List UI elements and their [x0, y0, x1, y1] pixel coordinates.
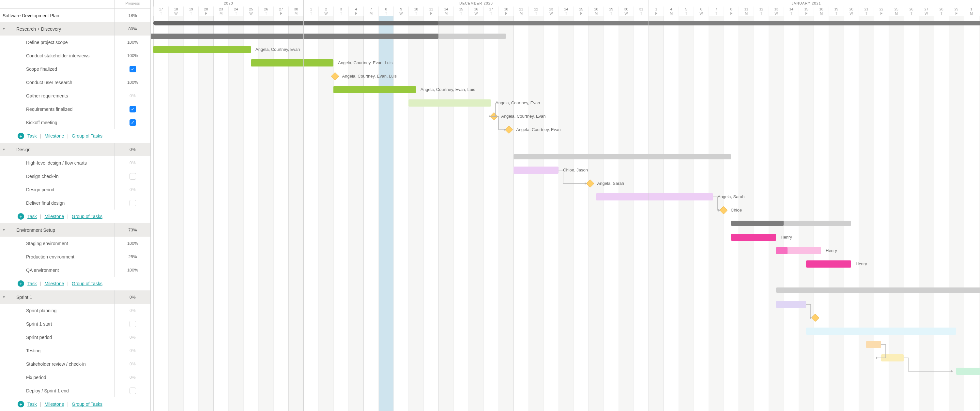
chevron-down-icon[interactable]: ▼ — [0, 228, 8, 232]
timeline-scrollbar[interactable] — [153, 21, 980, 25]
add-task-link[interactable]: Task — [27, 214, 37, 219]
group-progress: 0% — [129, 147, 136, 152]
chevron-down-icon[interactable]: ▼ — [0, 295, 8, 299]
day-header: 17T — [153, 6, 168, 16]
task-name[interactable]: Conduct user research — [26, 80, 72, 85]
add-task-link[interactable]: Task — [27, 401, 37, 407]
task-bar[interactable] — [153, 46, 251, 53]
task-bar[interactable] — [956, 368, 980, 375]
task-bar[interactable] — [881, 354, 904, 362]
grid-column — [859, 16, 873, 411]
summary-bar[interactable] — [151, 33, 506, 39]
task-name[interactable]: Production environment — [26, 254, 75, 259]
add-icon[interactable]: + — [18, 213, 24, 220]
day-header: 18W — [168, 6, 183, 16]
chevron-down-icon[interactable]: ▼ — [0, 148, 8, 151]
day-header: 18F — [498, 6, 514, 16]
task-name[interactable]: Testing — [26, 348, 40, 353]
task-bar[interactable] — [251, 59, 333, 67]
task-progress: 0% — [129, 160, 136, 165]
task-name[interactable]: Fix period — [26, 375, 46, 380]
day-header: 22T — [528, 6, 544, 16]
month-label: 2020 — [153, 0, 303, 6]
summary-bar[interactable] — [776, 287, 980, 293]
task-list-panel: Progress Software Development Plan18%▼Re… — [0, 0, 151, 411]
milestone-checkbox[interactable] — [129, 321, 136, 327]
grid-column — [439, 16, 453, 411]
add-milestone-link[interactable]: Milestone — [45, 401, 64, 407]
task-name[interactable]: Sprint 1 start — [26, 321, 52, 327]
task-name[interactable]: Deliver final design — [26, 200, 65, 206]
grid-column — [738, 16, 754, 411]
task-name[interactable]: Sprint planning — [26, 308, 56, 313]
task-name[interactable]: Stakeholder review / check-in — [26, 362, 86, 367]
scrollbar-thumb[interactable] — [153, 21, 439, 25]
task-bar[interactable] — [731, 234, 776, 241]
plan-title[interactable]: Software Development Plan — [3, 13, 59, 18]
day-header: 14T — [784, 6, 799, 16]
group-name[interactable]: Design — [16, 147, 31, 152]
add-icon[interactable]: + — [18, 280, 24, 287]
group-name[interactable]: Environment Setup — [16, 227, 55, 233]
add-milestone-link[interactable]: Milestone — [45, 133, 64, 138]
task-name[interactable]: Staging environment — [26, 241, 68, 246]
task-name[interactable]: Gather requirements — [26, 93, 68, 98]
add-task-link[interactable]: Task — [27, 281, 37, 286]
task-bar[interactable] — [776, 301, 806, 308]
add-milestone-link[interactable]: Milestone — [45, 281, 64, 286]
task-name[interactable]: High-level design / flow charts — [26, 160, 87, 165]
add-group-link[interactable]: Group of Tasks — [72, 214, 102, 219]
task-bar[interactable] — [596, 193, 713, 200]
milestone-checkbox[interactable] — [129, 200, 136, 206]
timeline-panel[interactable]: 2020DECEMBER 2020JANUARY 202117T18W19T20… — [151, 0, 980, 411]
grid-column — [274, 16, 288, 411]
task-name[interactable]: Deploy / Sprint 1 end — [26, 388, 69, 394]
summary-bar[interactable] — [514, 154, 731, 159]
add-group-link[interactable]: Group of Tasks — [72, 133, 102, 138]
milestone-checkbox[interactable]: ✓ — [129, 66, 136, 72]
task-bar[interactable] — [866, 341, 881, 348]
group-name[interactable]: Sprint 1 — [16, 295, 32, 300]
task-name[interactable]: Kickoff meeting — [26, 120, 57, 125]
add-icon[interactable]: + — [18, 401, 24, 408]
add-icon[interactable]: + — [18, 133, 24, 139]
add-milestone-link[interactable]: Milestone — [45, 214, 64, 219]
day-header: 11M — [738, 6, 754, 16]
milestone-checkbox[interactable] — [129, 173, 136, 179]
task-name[interactable]: Conduct stakeholder interviews — [26, 53, 90, 58]
task-bar[interactable] — [776, 247, 821, 254]
task-name[interactable]: Design check-in — [26, 174, 59, 179]
chevron-down-icon[interactable]: ▼ — [0, 27, 8, 31]
assignee-label: Henry — [856, 262, 867, 266]
milestone-checkbox[interactable]: ✓ — [129, 119, 136, 126]
task-name[interactable]: QA environment — [26, 268, 59, 273]
summary-bar[interactable] — [731, 221, 851, 226]
day-header: 20W — [844, 6, 859, 16]
task-bar[interactable] — [333, 86, 416, 93]
task-progress: 0% — [129, 308, 136, 313]
task-bar[interactable] — [806, 328, 956, 335]
add-group-link[interactable]: Group of Tasks — [72, 401, 102, 407]
task-bar[interactable] — [806, 260, 851, 268]
milestone-checkbox[interactable] — [129, 387, 136, 394]
day-header: 5T — [679, 6, 694, 16]
group-name[interactable]: Research + Discovery — [16, 26, 61, 32]
milestone-checkbox[interactable]: ✓ — [129, 106, 136, 113]
task-name[interactable]: Design period — [26, 187, 54, 192]
grid-column — [919, 16, 934, 411]
task-bar[interactable] — [514, 167, 558, 174]
day-header: 6W — [694, 6, 709, 16]
task-name[interactable]: Define project scope — [26, 40, 68, 45]
task-name[interactable]: Requirements finalized — [26, 106, 72, 112]
progress-column-header: Progress — [115, 0, 150, 8]
add-group-link[interactable]: Group of Tasks — [72, 281, 102, 286]
task-name[interactable]: Sprint period — [26, 335, 52, 340]
grid-column — [889, 16, 904, 411]
grid-column — [649, 16, 663, 411]
add-task-link[interactable]: Task — [27, 133, 37, 138]
task-name[interactable]: Scope finalized — [26, 67, 57, 72]
grid-column — [873, 16, 889, 411]
grid-column — [904, 16, 919, 411]
task-progress: 0% — [129, 187, 136, 192]
task-bar[interactable] — [409, 99, 491, 106]
